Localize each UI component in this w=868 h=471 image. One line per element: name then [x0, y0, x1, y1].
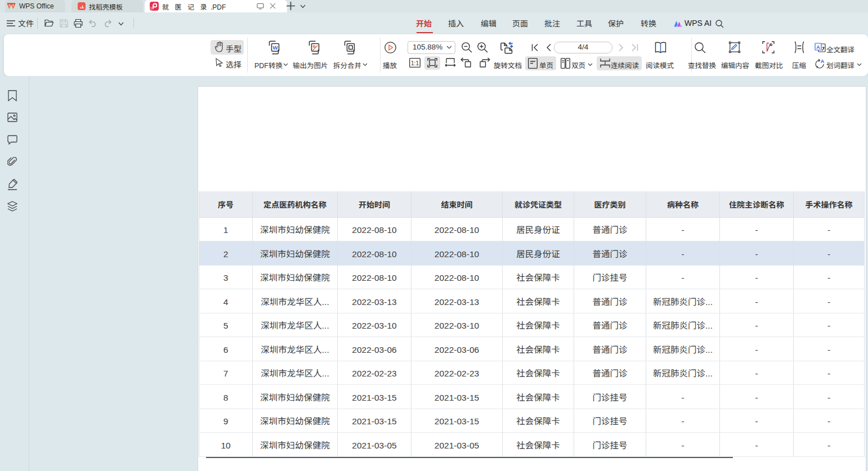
svg-text:W: W [273, 44, 278, 51]
svg-text:1:1: 1:1 [411, 60, 419, 66]
svg-text:A: A [816, 44, 820, 50]
svg-text:x: x [816, 64, 818, 69]
svg-text:A: A [821, 59, 825, 64]
